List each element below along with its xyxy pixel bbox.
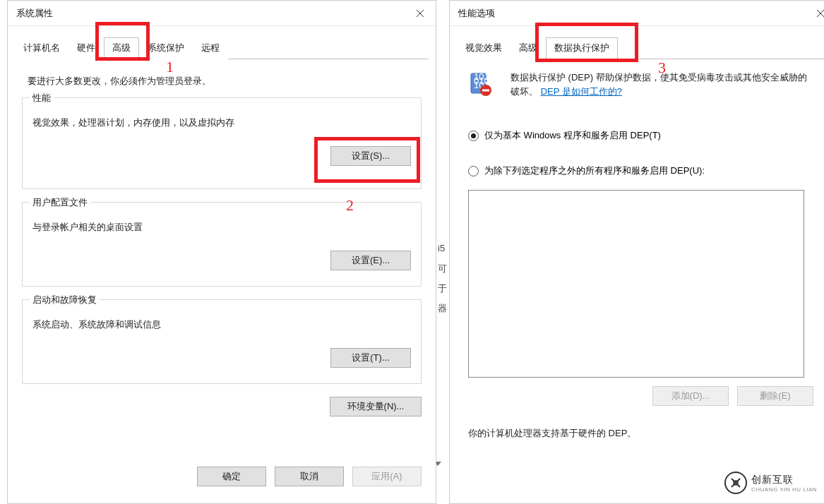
close-button[interactable] xyxy=(805,1,824,26)
startup-recovery-desc: 系统启动、系统故障和调试信息 xyxy=(32,318,411,331)
add-button[interactable]: 添加(D)... xyxy=(652,386,729,406)
annotation-number-2: 2 xyxy=(346,196,354,215)
ok-button[interactable]: 确定 xyxy=(197,467,266,486)
tab-computer-name[interactable]: 计算机名 xyxy=(15,37,68,59)
close-icon xyxy=(816,9,824,18)
logo-mark-icon xyxy=(724,472,747,494)
startup-recovery-settings-button[interactable]: 设置(T)... xyxy=(330,348,411,368)
performance-group: 性能 视觉效果，处理器计划，内存使用，以及虚拟内存 设置(S)... xyxy=(22,97,422,189)
dep-radio-all-except[interactable]: 为除下列选定程序之外的所有程序和服务启用 DEP(U): xyxy=(468,164,815,177)
performance-settings-button[interactable]: 设置(S)... xyxy=(330,146,411,166)
radio-icon xyxy=(468,131,479,141)
tab-system-protection[interactable]: 系统保护 xyxy=(139,37,193,59)
radio-icon xyxy=(468,166,479,176)
bg-text: 于 xyxy=(438,282,447,295)
environment-variables-button[interactable]: 环境变量(N)... xyxy=(330,397,422,416)
close-icon xyxy=(416,9,424,18)
dep-exception-list[interactable] xyxy=(468,190,804,378)
performance-options-dialog: 性能选项 视觉效果 高级 数据执行保护 10101 01010 10101 数据… xyxy=(449,0,824,504)
admin-intro-text: 要进行大多数更改，你必须作为管理员登录。 xyxy=(28,75,416,88)
cancel-button[interactable]: 取消 xyxy=(275,467,344,486)
tab-dep[interactable]: 数据执行保护 xyxy=(546,37,618,59)
brand-logo: 创新互联 CHUANG XIN HU LIAN xyxy=(724,472,817,494)
dialog-title: 性能选项 xyxy=(458,7,495,20)
radio-label: 仅为基本 Windows 程序和服务启用 DEP(T) xyxy=(484,129,661,142)
bg-text: i5 xyxy=(438,243,445,253)
dep-help-link[interactable]: DEP 是如何工作的? xyxy=(541,86,622,97)
system-properties-dialog: 系统属性 计算机名 硬件 高级 系统保护 远程 要进行大多数更改，你必须作为管理… xyxy=(7,0,436,504)
startup-recovery-legend: 启动和故障恢复 xyxy=(30,294,100,306)
tabs-bar: 视觉效果 高级 数据执行保护 xyxy=(457,37,824,59)
user-profiles-legend: 用户配置文件 xyxy=(30,196,90,209)
annotation-number-1: 1 xyxy=(166,58,174,76)
user-profiles-group: 用户配置文件 与登录帐户相关的桌面设置 设置(E)... xyxy=(22,202,422,287)
dep-support-text: 你的计算机处理器支持基于硬件的 DEP。 xyxy=(468,427,815,440)
tab-visual-effects[interactable]: 视觉效果 xyxy=(457,37,510,59)
dep-radio-essential[interactable]: 仅为基本 Windows 程序和服务启用 DEP(T) xyxy=(468,129,815,142)
tabs-bar: 计算机名 硬件 高级 系统保护 远程 xyxy=(15,37,429,59)
dep-shield-icon: 10101 01010 10101 xyxy=(467,71,495,101)
tab-hardware[interactable]: 硬件 xyxy=(68,37,104,59)
user-profiles-desc: 与登录帐户相关的桌面设置 xyxy=(32,221,411,234)
bg-text: 可 xyxy=(438,263,447,275)
dialog-content: 要进行大多数更改，你必须作为管理员登录。 性能 视觉效果，处理器计划，内存使用，… xyxy=(8,59,436,459)
dep-content: 10101 01010 10101 数据执行保护 (DEP) 帮助保护数据，使其… xyxy=(450,59,824,440)
apply-button[interactable]: 应用(A) xyxy=(352,467,422,486)
tab-remote[interactable]: 远程 xyxy=(193,37,228,59)
titlebar: 系统属性 xyxy=(8,1,436,26)
performance-desc: 视觉效果，处理器计划，内存使用，以及虚拟内存 xyxy=(32,116,411,129)
tab-advanced[interactable]: 高级 xyxy=(104,37,139,59)
annotation-number-3: 3 xyxy=(658,59,666,77)
titlebar: 性能选项 xyxy=(450,1,824,26)
dialog-title: 系统属性 xyxy=(16,7,53,20)
startup-recovery-group: 启动和故障恢复 系统启动、系统故障和调试信息 设置(T)... xyxy=(22,299,422,384)
user-profiles-settings-button[interactable]: 设置(E)... xyxy=(330,251,411,270)
logo-text-en: CHUANG XIN HU LIAN xyxy=(751,486,817,493)
close-button[interactable] xyxy=(405,1,436,26)
radio-label: 为除下列选定程序之外的所有程序和服务启用 DEP(U): xyxy=(484,164,705,177)
bg-text: 器 xyxy=(438,302,447,315)
logo-text-cn: 创新互联 xyxy=(751,474,817,486)
performance-legend: 性能 xyxy=(30,92,54,104)
tab-advanced[interactable]: 高级 xyxy=(510,37,546,59)
dialog-buttons: 确定 取消 应用(A) xyxy=(187,467,431,486)
remove-button[interactable]: 删除(E) xyxy=(737,386,813,406)
svg-rect-9 xyxy=(482,90,489,92)
